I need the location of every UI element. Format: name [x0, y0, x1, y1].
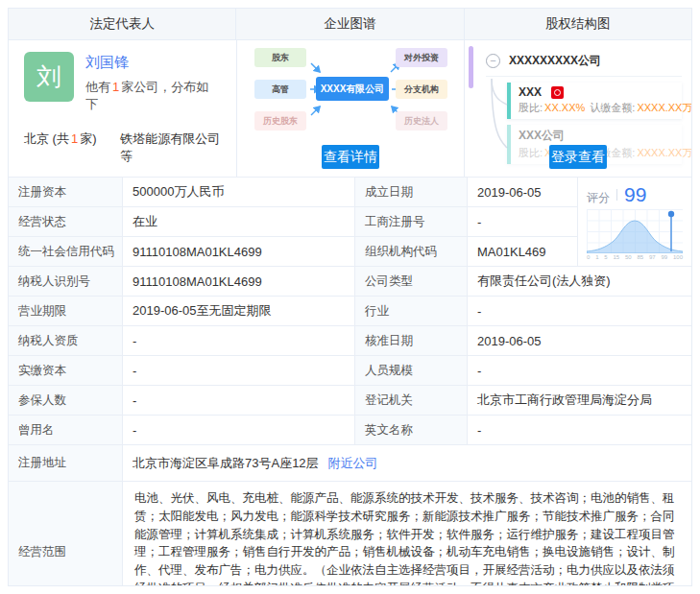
- legal-rep-main: 刘 刘国锋 他有1家公司，分布如下: [9, 40, 236, 113]
- graph-node-shareholder: 股东: [254, 48, 306, 67]
- graph-node-executive: 高管: [254, 80, 306, 99]
- legal-rep-distribution: 北京 (共1家) 铁塔能源有限公司等: [9, 131, 236, 165]
- amount-value: XXXX.XX万人民币: [635, 102, 691, 113]
- legal-rep-name-link[interactable]: 刘国锋: [85, 54, 221, 72]
- field-label: 经营范围: [9, 481, 122, 586]
- address-text: 北京市海淀区阜成路73号A座12层: [133, 455, 319, 472]
- equity-root-company: XXXXXXXXX公司: [509, 53, 601, 69]
- ratio-value: XX.XX%: [543, 102, 587, 113]
- collapse-minus-icon[interactable]: −: [486, 54, 500, 68]
- field-value: 在业: [122, 206, 354, 236]
- shareholder-name-row: XXX: [519, 85, 674, 99]
- field-label: 统一社会信用代码: [9, 236, 122, 266]
- field-label: 纳税人识别号: [9, 266, 122, 296]
- score-label: 评分: [587, 190, 610, 206]
- field-value: 500000万人民币: [122, 177, 354, 206]
- field-value: 2019-06-05至无固定期限: [122, 296, 354, 325]
- field-label: 登记机关: [354, 385, 467, 415]
- field-label: 人员规模: [354, 355, 467, 385]
- tick: 50: [625, 254, 632, 260]
- legal-rep-info: 刘国锋 他有1家公司，分布如下: [85, 52, 221, 113]
- field-label: 注册资本: [9, 177, 122, 206]
- business-scope-text: 电池、光伏、风电、充电桩、能源产品、能源系统的技术开发、技术服务、技术咨询；电池…: [122, 481, 691, 586]
- panel-headers: 法定代表人 企业图谱 股权结构图: [9, 9, 691, 40]
- registration-table: 评分 99 0 1 5 15 50 85 97 99 100: [9, 177, 691, 586]
- score-panel: 评分 99 0 1 5 15 50 85 97 99 100: [577, 177, 691, 266]
- graph-node-history-shareholder: 历史股东: [254, 111, 306, 131]
- field-label: 经营状态: [9, 206, 122, 236]
- equity-structure-panel: − XXXXXXXXX公司 XXX 股比: [464, 40, 691, 177]
- field-value: 91110108MA01KL4699: [122, 266, 354, 296]
- field-label: 注册地址: [9, 444, 122, 481]
- ratio-label: 股比:: [519, 102, 543, 113]
- field-label: 成立日期: [354, 177, 467, 206]
- ratio-label: 股比:: [519, 147, 543, 158]
- tick: 97: [649, 254, 656, 260]
- graph-node-branch: 分支机构: [396, 80, 447, 99]
- avatar: 刘: [24, 52, 74, 102]
- summary-prefix: 他有: [85, 80, 110, 94]
- field-label: 组织机构代码: [354, 236, 467, 266]
- field-label: 参保人数: [9, 385, 122, 415]
- login-to-view-button[interactable]: 登录查看: [549, 145, 607, 170]
- field-label: 公司类型: [354, 266, 467, 296]
- field-label: 核准日期: [354, 325, 467, 355]
- region-stat: 北京 (共1家): [24, 131, 120, 165]
- field-label: 实缴资本: [9, 355, 122, 385]
- equity-child-row: XXX 股比:XX.XX% 认缴金额:XXXX.XX万人民币: [507, 83, 682, 119]
- graph-node-history-legal: 历史法人: [396, 111, 447, 131]
- field-value: -: [467, 415, 691, 444]
- field-label: 行业: [354, 296, 467, 325]
- shareholder-name: XXX公司: [519, 128, 565, 144]
- equity-root-bar: [469, 46, 473, 88]
- header-equity-structure: 股权结构图: [464, 9, 691, 39]
- field-value: 2019-06-05: [467, 325, 691, 355]
- shareholder-name-row: XXX公司: [519, 128, 674, 144]
- state-owned-badge-icon: [551, 86, 564, 99]
- bell-curve: [587, 209, 683, 253]
- legal-rep-summary: 他有1家公司，分布如下: [85, 79, 221, 113]
- region-suffix: 家): [80, 131, 96, 146]
- tick: 100: [673, 254, 683, 260]
- field-value: -: [467, 296, 691, 325]
- tick: 1: [595, 254, 598, 260]
- field-value: -: [122, 325, 354, 355]
- related-company-link[interactable]: 铁塔能源有限公司等: [120, 131, 221, 165]
- panel-bodies: 刘 刘国锋 他有1家公司，分布如下 北京 (共1家) 铁塔能源有限公司等: [9, 40, 691, 177]
- company-count: 1: [110, 80, 121, 94]
- graph-node-company: XXXX有限公司: [316, 77, 389, 101]
- field-label: 英文名称: [354, 415, 467, 444]
- tick: 0: [587, 254, 590, 260]
- amount-label: 认缴金额:: [590, 102, 635, 113]
- equity-root-row: − XXXXXXXXX公司: [486, 46, 682, 77]
- field-value: 有限责任公司(法人独资): [467, 266, 691, 296]
- shareholder-name: XXX: [519, 85, 542, 99]
- field-value: -: [467, 355, 691, 385]
- tick: 99: [661, 254, 667, 260]
- view-details-button[interactable]: 查看详情: [322, 145, 379, 170]
- tick: 15: [613, 254, 619, 260]
- top-section: 法定代表人 企业图谱 股权结构图 刘 刘国锋 他有1家公司，分布如下 北京 (共…: [9, 9, 691, 177]
- field-label: 纳税人资质: [9, 325, 122, 355]
- shareholding-detail: 股比:XX.XX% 认缴金额:XXXX.XX万人民币: [519, 101, 674, 115]
- field-value: -: [467, 206, 577, 236]
- tick: 85: [637, 254, 643, 260]
- header-legal-representative: 法定代表人: [9, 9, 235, 39]
- field-label: 工商注册号: [354, 206, 467, 236]
- legal-representative-panel: 刘 刘国锋 他有1家公司，分布如下 北京 (共1家) 铁塔能源有限公司等: [9, 40, 236, 177]
- company-info-widget: 法定代表人 企业图谱 股权结构图 刘 刘国锋 他有1家公司，分布如下 北京 (共…: [8, 8, 692, 586]
- region-count: 1: [69, 131, 80, 146]
- field-label: 营业期限: [9, 296, 122, 325]
- enterprise-graph-panel: 股东 高管 历史股东 XXXX有限公司 对外投资 分支机构 历史法人 查看详情: [236, 40, 464, 177]
- field-value: 2019-06-05: [467, 177, 577, 206]
- nearby-companies-link[interactable]: 附近公司: [328, 455, 378, 472]
- score-axis-ticks: 0 1 5 15 50 85 97 99 100: [587, 254, 683, 260]
- graph-node-investment: 对外投资: [396, 48, 447, 67]
- field-value: -: [122, 415, 354, 444]
- tick: 5: [604, 254, 607, 260]
- tree-connector-lines: [486, 79, 509, 177]
- score-header: 评分 99: [587, 183, 683, 206]
- region-prefix: 北京 (共: [24, 131, 69, 146]
- score-divider: [616, 189, 617, 201]
- score-value: 99: [624, 183, 646, 206]
